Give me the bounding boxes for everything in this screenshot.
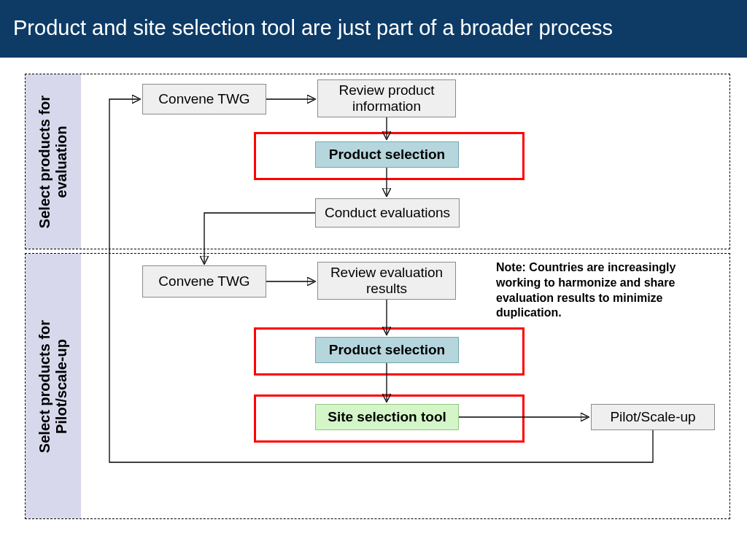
p1-conduct-eval-box: Conduct evaluations xyxy=(315,198,460,228)
p2-pilot-scaleup-box: Pilot/Scale-up xyxy=(591,404,715,430)
p2-convene-label: Convene TWG xyxy=(158,273,249,289)
p1-product-selection-box: Product selection xyxy=(315,141,459,168)
slide-title-text: Product and site selection tool are just… xyxy=(13,16,613,39)
p1-convene-label: Convene TWG xyxy=(158,91,249,107)
p1-convene-twg-box: Convene TWG xyxy=(142,84,266,114)
slide-title: Product and site selection tool are just… xyxy=(0,0,747,58)
p1-conduct-label: Conduct evaluations xyxy=(325,205,450,221)
p1-review-product-box: Review product information xyxy=(317,79,456,117)
p2-site-selection-box: Site selection tool xyxy=(315,404,459,430)
p2-review-label: Review evaluation results xyxy=(322,265,451,297)
diagram-canvas: Select products for evaluation Convene T… xyxy=(0,58,747,546)
p2-product-selection-box: Product selection xyxy=(315,337,459,363)
p2-convene-twg-box: Convene TWG xyxy=(142,265,266,298)
p2-site-selection-label: Site selection tool xyxy=(328,409,446,425)
harmonize-note: Note: Countries are increasingly working… xyxy=(496,260,708,321)
p2-review-results-box: Review evaluation results xyxy=(317,262,456,300)
phase-2-label-text: Select products for Pilot/scale-up xyxy=(36,319,70,452)
harmonize-note-text: Note: Countries are increasingly working… xyxy=(496,261,676,319)
p1-review-label: Review product information xyxy=(322,82,451,114)
phase-1-label: Select products for evaluation xyxy=(26,74,81,249)
p2-pilot-label: Pilot/Scale-up xyxy=(610,409,695,425)
phase-2-label: Select products for Pilot/scale-up xyxy=(26,254,81,518)
phase-1-label-text: Select products for evaluation xyxy=(36,95,70,228)
p1-product-selection-label: Product selection xyxy=(329,147,445,163)
p2-product-selection-label: Product selection xyxy=(329,342,445,358)
